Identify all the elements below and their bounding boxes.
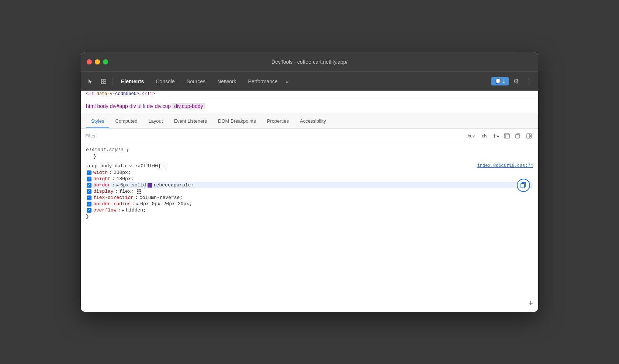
subtab-layout[interactable]: Layout bbox=[143, 115, 168, 128]
prop-value-border-radius: 0px 0px 20px 20px; bbox=[140, 201, 192, 207]
subtab-properties[interactable]: Properties bbox=[262, 115, 294, 128]
selected-tag-open: <li bbox=[86, 91, 97, 97]
cup-body-selector: .cup-body[data-v-7a0f9f00] { index.8d6c6… bbox=[86, 163, 533, 169]
checkbox-display[interactable] bbox=[87, 189, 91, 194]
close-button[interactable] bbox=[87, 59, 92, 64]
tab-sources[interactable]: Sources bbox=[181, 76, 211, 87]
svg-rect-1 bbox=[104, 79, 106, 81]
svg-rect-3 bbox=[104, 82, 106, 84]
inspect-styles-button[interactable] bbox=[502, 131, 512, 141]
add-rule-button[interactable]: + bbox=[528, 298, 533, 308]
svg-rect-16 bbox=[137, 193, 138, 194]
subtab-styles[interactable]: Styles bbox=[86, 115, 109, 128]
tab-console[interactable]: Console bbox=[151, 76, 180, 87]
tab-network[interactable]: Network bbox=[212, 76, 241, 87]
checkbox-flex-direction[interactable] bbox=[87, 195, 91, 200]
border-radius-arrow[interactable]: ▶ bbox=[136, 202, 139, 206]
console-badge-button[interactable]: 💬 1 bbox=[491, 77, 509, 85]
breadcrumb: html body div#app div ul li div div.cup … bbox=[81, 99, 538, 113]
svg-rect-14 bbox=[139, 191, 140, 192]
subtab-accessibility[interactable]: Accessibility bbox=[295, 115, 331, 128]
bc-divapp[interactable]: div#app bbox=[110, 103, 128, 109]
element-style-close: } bbox=[86, 153, 533, 160]
toggle-sidebar-button[interactable] bbox=[524, 131, 534, 141]
copy-styles-button[interactable] bbox=[513, 131, 523, 141]
prop-value-border-size: 6px solid bbox=[120, 182, 146, 188]
element-style-selector: element.style { bbox=[86, 147, 533, 153]
prop-row-height: height : 180px; bbox=[86, 176, 533, 182]
more-options-button[interactable]: ⋮ bbox=[523, 76, 535, 87]
svg-rect-11 bbox=[139, 189, 140, 190]
badge-count: 1 bbox=[502, 78, 505, 84]
element-style-block: element.style { } bbox=[86, 147, 533, 160]
prop-name-overflow: overflow bbox=[93, 207, 116, 213]
badge-icon: 💬 bbox=[495, 78, 501, 84]
svg-rect-9 bbox=[521, 183, 525, 188]
subtab-computed[interactable]: Computed bbox=[110, 115, 142, 128]
filter-bar: :hov .cls ▲ bbox=[81, 129, 538, 143]
cursor-icon[interactable] bbox=[84, 76, 96, 87]
checkbox-border[interactable] bbox=[87, 183, 91, 188]
hov-button[interactable]: :hov bbox=[464, 133, 477, 139]
prop-value-flex-direction: column-reverse; bbox=[139, 195, 183, 200]
toolbar-right: 💬 1 ⚙ ⋮ bbox=[491, 76, 535, 87]
prop-name-border-radius: border-radius bbox=[93, 201, 131, 207]
checkbox-border-radius[interactable] bbox=[87, 202, 91, 206]
css-panel: element.style { } .cup-body[data-v-7a0f9… bbox=[81, 143, 538, 312]
svg-rect-10 bbox=[137, 189, 138, 190]
more-tabs-button[interactable]: » bbox=[284, 76, 290, 87]
prop-value-width: 200px; bbox=[114, 170, 131, 175]
tab-elements[interactable]: Elements bbox=[116, 76, 149, 87]
prop-row-border: border : ▶ 6px solid rebeccapurple; bbox=[86, 182, 533, 188]
filter-input[interactable] bbox=[85, 133, 461, 139]
devtools-body: <li data-v-ccdb06e0>…</li> html body div… bbox=[81, 91, 538, 312]
traffic-lights bbox=[87, 59, 108, 64]
selected-attr-val: ccdb06e0 bbox=[115, 91, 136, 97]
svg-rect-15 bbox=[140, 191, 141, 192]
bc-div[interactable]: div bbox=[129, 103, 136, 109]
prop-value-display: flex; bbox=[119, 189, 134, 194]
svg-rect-7 bbox=[527, 134, 531, 138]
css-file-link[interactable]: index.8d6c6f18.css:74 bbox=[477, 163, 533, 168]
bc-divcupbody[interactable]: div.cup-body bbox=[172, 103, 205, 109]
prop-name-flex-direction: flex-direction bbox=[93, 195, 134, 200]
checkbox-width[interactable] bbox=[87, 170, 91, 175]
add-style-button[interactable]: ▲ bbox=[491, 131, 501, 141]
prop-value-overflow: hidden; bbox=[126, 207, 146, 213]
svg-rect-0 bbox=[101, 79, 103, 81]
prop-name-border: border bbox=[93, 182, 111, 188]
selected-attr-name: data-v- bbox=[97, 91, 115, 97]
checkbox-height[interactable] bbox=[87, 176, 91, 181]
prop-row-display: display : flex; bbox=[86, 188, 533, 195]
flex-grid-icon[interactable] bbox=[136, 189, 142, 194]
tab-performance[interactable]: Performance bbox=[243, 76, 283, 87]
inspect-icon[interactable] bbox=[98, 76, 110, 87]
selected-element-bar: <li data-v-ccdb06e0>…</li> bbox=[81, 91, 538, 99]
bc-ul[interactable]: ul bbox=[138, 103, 142, 109]
subtab-dom-breakpoints[interactable]: DOM Breakpoints bbox=[213, 115, 261, 128]
maximize-button[interactable] bbox=[103, 59, 108, 64]
svg-rect-13 bbox=[137, 191, 138, 192]
prop-name-height: height bbox=[93, 176, 111, 182]
border-arrow[interactable]: ▶ bbox=[117, 183, 119, 188]
bc-html[interactable]: html bbox=[86, 103, 96, 109]
svg-rect-6 bbox=[516, 134, 519, 138]
toolbar-divider bbox=[113, 78, 113, 85]
minimize-button[interactable] bbox=[95, 59, 100, 64]
cls-button[interactable]: .cls bbox=[478, 133, 490, 139]
bc-li[interactable]: li bbox=[143, 103, 145, 109]
bc-div2[interactable]: div bbox=[147, 103, 153, 109]
subtab-event-listeners[interactable]: Event Listeners bbox=[169, 115, 212, 128]
settings-button[interactable]: ⚙ bbox=[511, 76, 521, 87]
prop-value-height: 180px; bbox=[117, 176, 134, 182]
bc-divcup[interactable]: div.cup bbox=[155, 103, 171, 109]
filter-tools: :hov .cls ▲ bbox=[464, 131, 534, 141]
overflow-arrow[interactable]: ▶ bbox=[122, 208, 124, 213]
svg-rect-2 bbox=[101, 82, 103, 84]
checkbox-overflow[interactable] bbox=[87, 208, 91, 213]
prop-row-border-radius: border-radius : ▶ 0px 0px 20px 20px; bbox=[86, 201, 533, 207]
bc-body[interactable]: body bbox=[97, 103, 108, 109]
color-swatch-rebeccapurple[interactable] bbox=[148, 183, 152, 188]
cup-body-rule-block: .cup-body[data-v-7a0f9f00] { index.8d6c6… bbox=[86, 163, 533, 220]
prop-row-flex-direction: flex-direction : column-reverse; bbox=[86, 195, 533, 201]
